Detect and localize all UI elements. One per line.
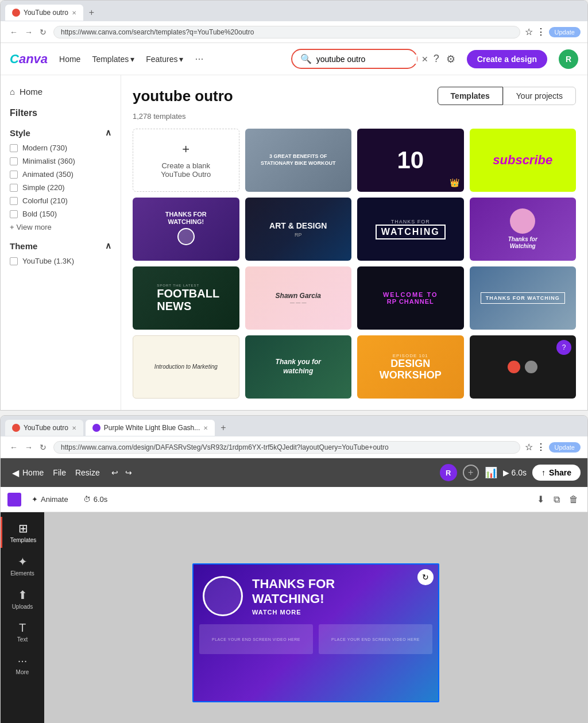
forward-nav-btn[interactable]: → bbox=[22, 26, 35, 38]
template-card-design[interactable]: EPISODE 101 DESIGNWORKSHOP bbox=[357, 335, 464, 399]
copy-icon-btn[interactable]: ⧉ bbox=[551, 492, 562, 507]
refresh-nav-btn-2[interactable]: ↻ bbox=[37, 442, 49, 453]
style-filter-header[interactable]: Style ∧ bbox=[10, 127, 111, 138]
undo-btn[interactable]: ↩ bbox=[109, 466, 121, 480]
back-nav-btn[interactable]: ← bbox=[7, 26, 20, 38]
search-input[interactable] bbox=[316, 55, 417, 64]
canvas-watch-more: WATCH MORE bbox=[252, 609, 335, 616]
filter-modern-checkbox[interactable] bbox=[10, 144, 18, 152]
create-design-button[interactable]: Create a design bbox=[467, 50, 547, 68]
share-button[interactable]: ↑ Share bbox=[532, 465, 581, 481]
template-card-ocean[interactable]: THANKS FOR WATCHING bbox=[470, 266, 577, 330]
forward-nav-btn-2[interactable]: → bbox=[22, 442, 35, 453]
filter-colorful[interactable]: Colorful (210) bbox=[10, 196, 111, 205]
filter-bold-checkbox[interactable] bbox=[10, 210, 18, 218]
theme-filter-header[interactable]: Theme ∧ bbox=[10, 241, 111, 251]
template-card-thankyou[interactable]: Thank you forwatching bbox=[245, 335, 352, 399]
filter-bold[interactable]: Bold (150) bbox=[10, 210, 111, 218]
new-tab-button[interactable]: + bbox=[86, 7, 98, 18]
user-badge[interactable]: R bbox=[440, 464, 457, 481]
animate-btn[interactable]: ✦ Animate bbox=[27, 493, 73, 506]
create-blank-card[interactable]: + Create a blankYouTube Outro bbox=[133, 129, 239, 192]
help-icon[interactable]: ? bbox=[434, 53, 439, 65]
star-icon-2[interactable]: ☆ bbox=[525, 442, 533, 453]
template-card-watching-dark[interactable]: THANKS FOR WATCHING bbox=[357, 198, 464, 261]
preview-play-btn[interactable]: ▶ 6.0s bbox=[503, 468, 527, 477]
canva-logo[interactable]: Canva bbox=[10, 52, 48, 67]
canvas-area[interactable]: THANKS FOR WATCHING! WATCH MORE PLACE YO… bbox=[44, 512, 587, 723]
user-avatar[interactable]: R bbox=[559, 49, 578, 69]
nav-templates-link[interactable]: Templates ▾ bbox=[92, 55, 134, 64]
settings-icon-2[interactable]: ⋮ bbox=[536, 442, 546, 453]
filter-animated[interactable]: Animated (350) bbox=[10, 170, 111, 179]
sidebar-tool-elements[interactable]: ✦ Elements bbox=[1, 550, 44, 581]
star-icon[interactable]: ☆ bbox=[525, 26, 533, 37]
template-card-marketing[interactable]: Introduction to Marketing bbox=[133, 335, 239, 399]
filter-youtube[interactable]: YouTube (1.3K) bbox=[10, 257, 111, 265]
template-card-shawn[interactable]: Shawn Garcia — — — bbox=[245, 266, 352, 330]
chart-icon[interactable]: 📊 bbox=[485, 466, 497, 479]
delete-icon-btn[interactable]: 🗑 bbox=[567, 492, 581, 507]
sidebar-tool-templates[interactable]: ⊞ Templates bbox=[1, 517, 44, 548]
download-icon-btn[interactable]: ⬇ bbox=[535, 492, 547, 507]
sidebar-tool-more[interactable]: ··· More bbox=[1, 649, 44, 680]
nav-features-link[interactable]: Features ▾ bbox=[146, 55, 183, 64]
filter-minimalist[interactable]: Minimalist (360) bbox=[10, 157, 111, 165]
redo-btn[interactable]: ↪ bbox=[123, 466, 134, 480]
card-thanks-pink-overlay: Thanks forWatching bbox=[470, 198, 577, 261]
color-swatch[interactable] bbox=[7, 493, 21, 507]
update-button-2[interactable]: Update bbox=[549, 442, 581, 453]
tab-close-btn[interactable]: ✕ bbox=[72, 10, 76, 16]
tab-templates[interactable]: Templates bbox=[438, 87, 503, 105]
filter-simple-checkbox[interactable] bbox=[10, 184, 18, 192]
tab2-close-1[interactable]: ✕ bbox=[72, 425, 76, 431]
chevron-down-icon: ▾ bbox=[130, 55, 134, 64]
template-card-art[interactable]: ART & DESIGN RP bbox=[245, 198, 352, 261]
sidebar-home-link[interactable]: ⌂ Home bbox=[10, 87, 111, 96]
back-nav-btn-2[interactable]: ← bbox=[7, 442, 20, 453]
back-to-home-btn[interactable]: ◀ Home bbox=[7, 465, 48, 481]
view-more-styles[interactable]: + View more bbox=[10, 223, 111, 231]
search-clear-icon[interactable]: ✕ bbox=[421, 55, 428, 64]
tab-your-projects[interactable]: Your projects bbox=[503, 87, 576, 105]
filter-youtube-checkbox[interactable] bbox=[10, 257, 18, 265]
url-bar-2[interactable]: https://www.canva.com/design/DAFASRvSteg… bbox=[53, 441, 520, 454]
search-container[interactable]: 🔍 ✕ bbox=[291, 49, 417, 69]
filter-simple[interactable]: Simple (220) bbox=[10, 183, 111, 192]
filter-colorful-checkbox[interactable] bbox=[10, 197, 18, 205]
filter-animated-checkbox[interactable] bbox=[10, 171, 18, 179]
template-card-10[interactable]: 10 👑 bbox=[357, 129, 464, 192]
refresh-nav-btn[interactable]: ↻ bbox=[37, 26, 49, 38]
tab2-editor[interactable]: Purple White Light Blue Gash... ✕ bbox=[86, 420, 215, 436]
new-tab-btn-2[interactable]: + bbox=[217, 423, 229, 433]
settings-icon[interactable]: ⋮ bbox=[536, 26, 546, 37]
sidebar-tool-text[interactable]: T Text bbox=[1, 617, 44, 647]
settings-icon[interactable]: ⚙ bbox=[446, 53, 455, 65]
url-bar[interactable]: https://www.canva.com/search/templates?q… bbox=[53, 26, 520, 38]
filter-minimalist-checkbox[interactable] bbox=[10, 157, 18, 165]
resize-btn[interactable]: Resize bbox=[71, 466, 105, 480]
template-card-thanks-pink[interactable]: Thanks forWatching bbox=[470, 198, 577, 261]
filter-modern[interactable]: Modern (730) bbox=[10, 144, 111, 152]
update-button[interactable]: Update bbox=[549, 27, 581, 37]
filters-title: Filters bbox=[10, 108, 111, 118]
template-card-subscribe[interactable]: subscribe bbox=[470, 129, 577, 192]
address-bar-1: ← → ↻ https://www.canva.com/search/templ… bbox=[1, 21, 587, 43]
tab2-youtube-outro[interactable]: YouTube outro ✕ bbox=[5, 420, 83, 436]
nav-home-link[interactable]: Home bbox=[59, 55, 80, 64]
file-menu-btn[interactable]: File bbox=[53, 468, 66, 477]
template-card-black[interactable]: ? bbox=[470, 335, 577, 399]
add-collaborator-btn[interactable]: + bbox=[463, 465, 479, 481]
sidebar-tool-uploads[interactable]: ⬆ Uploads bbox=[1, 583, 44, 614]
design-canvas[interactable]: THANKS FOR WATCHING! WATCH MORE PLACE YO… bbox=[192, 563, 439, 702]
template-card-bike[interactable]: 3 GREAT BENEFITS OFSTATIONARY BIKE WORKO… bbox=[245, 129, 352, 192]
template-card-football[interactable]: SPORT THE LATEST FOOTBALLNEWS bbox=[133, 266, 239, 330]
tab-youtube-outro[interactable]: YouTube outro ✕ bbox=[5, 5, 83, 21]
refresh-canvas-btn[interactable]: ↻ bbox=[417, 569, 434, 585]
duration-btn[interactable]: ⏱ 6.0s bbox=[79, 493, 113, 506]
tab2-close-2[interactable]: ✕ bbox=[203, 425, 208, 431]
nav-more-icon[interactable]: ··· bbox=[195, 53, 203, 65]
template-card-welcome[interactable]: WELCOME TO RP CHANNEL bbox=[357, 266, 464, 330]
nav-buttons: ← → ↻ bbox=[7, 26, 49, 38]
template-card-thanks-purple[interactable]: THANKS FORWATCHING! bbox=[133, 198, 239, 261]
